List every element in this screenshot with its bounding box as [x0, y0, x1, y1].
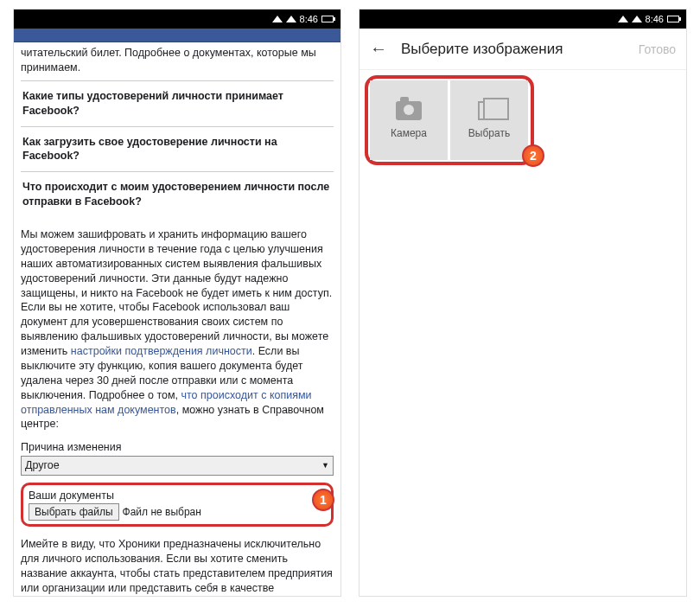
docs-block: Ваши документы Выбрать файлыФайл не выбр… — [21, 483, 334, 527]
status-time: 8:46 — [646, 14, 664, 24]
docs-label: Ваши документы — [29, 489, 326, 503]
fb-header — [14, 29, 340, 42]
choose-files-button[interactable]: Выбрать файлы — [29, 503, 119, 521]
picker-options: Камера Выбрать — [365, 75, 534, 165]
chevron-down-icon: ▼ — [321, 460, 329, 470]
reason-select[interactable]: Другое ▼ — [21, 456, 334, 476]
faq-item[interactable]: Какие типы удостоверений личности приним… — [21, 80, 334, 126]
gallery-option[interactable]: Выбрать — [450, 80, 528, 160]
picker-body: Камера Выбрать 2 — [360, 70, 686, 170]
body-text: Мы можем зашифровать и хранить информаци… — [21, 227, 334, 432]
file-status: Файл не выбран — [123, 506, 201, 518]
phone-right: 8:46 ← Выберите изображения Готово Камер… — [359, 9, 687, 597]
intro-text: читательский билет. Подробнее о документ… — [21, 46, 334, 75]
reason-value: Другое — [25, 458, 60, 473]
done-button[interactable]: Готово — [639, 42, 676, 56]
status-time: 8:46 — [300, 14, 318, 24]
picker-header: ← Выберите изображения Готово — [360, 29, 686, 70]
phone-left: 8:46 читательский билет. Подробнее о док… — [13, 9, 341, 597]
choose-label: Выбрать — [468, 127, 510, 139]
status-bar: 8:46 — [360, 10, 686, 29]
camera-option[interactable]: Камера — [370, 80, 448, 160]
reason-label: Причина изменения — [21, 440, 334, 455]
faq-item[interactable]: Что происходит с моим удостоверением лич… — [21, 171, 334, 217]
fb-content: читательский билет. Подробнее о документ… — [14, 42, 340, 596]
back-icon[interactable]: ← — [370, 39, 387, 59]
link-settings[interactable]: настройки подтверждения личности — [71, 345, 252, 357]
step-badge-2: 2 — [522, 144, 544, 167]
note-text: Имейте в виду, что Хроники предназначены… — [21, 537, 334, 596]
step-badge-1: 1 — [312, 489, 334, 511]
faq-item[interactable]: Как загрузить свое удостоверение личност… — [21, 126, 334, 172]
gallery-icon — [478, 101, 500, 120]
picker-title: Выберите изображения — [401, 41, 625, 58]
status-bar: 8:46 — [14, 10, 340, 29]
camera-label: Камера — [391, 127, 427, 139]
camera-icon — [396, 101, 422, 120]
